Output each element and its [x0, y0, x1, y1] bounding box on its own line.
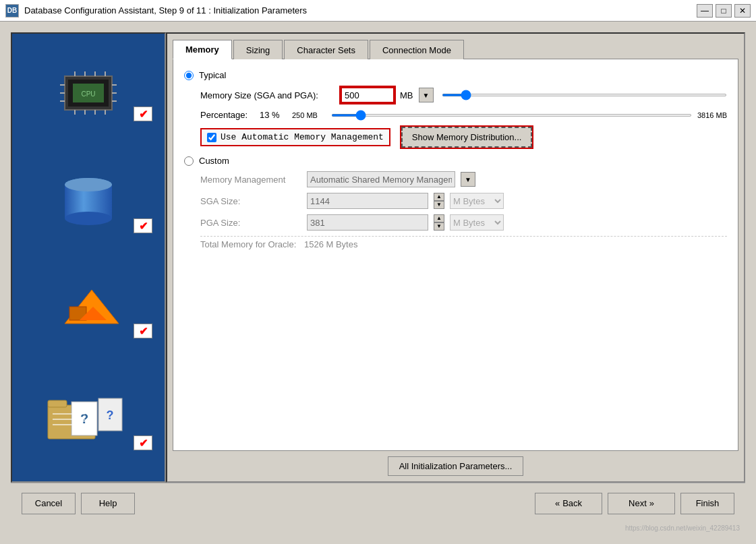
- pga-unit-dropdown[interactable]: M Bytes G Bytes: [450, 214, 504, 231]
- svg-text:?: ?: [107, 409, 114, 422]
- bottom-area: All Initialization Parameters...: [167, 451, 744, 481]
- pga-down-btn[interactable]: ▼: [434, 222, 444, 231]
- custom-radio-row: Custom: [184, 156, 727, 166]
- next-button[interactable]: Next »: [608, 493, 675, 514]
- memory-size-input[interactable]: [341, 87, 395, 103]
- main-panel: Memory Sizing Character Sets Connection …: [166, 32, 745, 483]
- sidebar-item-1: CPU ✔: [19, 59, 158, 127]
- back-arrow-icon: «: [555, 498, 560, 508]
- sidebar-item-2: ✔: [19, 164, 158, 239]
- sidebar-item-3: ✔: [19, 276, 158, 344]
- slider-max-label: 3816 MB: [697, 111, 727, 119]
- sga-unit-dropdown[interactable]: M Bytes G Bytes: [450, 193, 504, 209]
- shapes-icon: [48, 283, 129, 337]
- sga-spinner: ▲ ▼: [434, 193, 444, 209]
- tab-content-memory: Typical Memory Size (SGA and PGA): MB ▼ …: [173, 59, 738, 451]
- tab-memory[interactable]: Memory: [173, 40, 232, 59]
- footer-right: « Back Next » Finish: [535, 493, 734, 514]
- finish-button[interactable]: Finish: [680, 493, 734, 514]
- typical-section: Typical Memory Size (SGA and PGA): MB ▼ …: [184, 70, 727, 148]
- chip-svg-icon: CPU: [45, 66, 132, 120]
- pga-spinner: ▲ ▼: [434, 214, 444, 231]
- show-distribution-button[interactable]: Show Memory Distribution...: [401, 127, 533, 148]
- sidebar-check-3: ✔: [134, 324, 152, 338]
- back-button[interactable]: « Back: [535, 493, 602, 514]
- tab-connection-mode[interactable]: Connection Mode: [370, 40, 464, 59]
- sidebar-check-4: ✔: [134, 435, 152, 450]
- title-bar-text: Database Configuration Assistant, Step 9…: [24, 5, 307, 16]
- pga-up-btn[interactable]: ▲: [434, 214, 444, 222]
- title-bar: DB Database Configuration Assistant, Ste…: [0, 0, 756, 22]
- memory-size-slider[interactable]: [442, 94, 728, 96]
- pga-size-row: PGA Size: ▲ ▼ M Bytes G Bytes: [200, 214, 727, 231]
- typical-radio[interactable]: [184, 71, 194, 80]
- sga-size-input: [307, 193, 428, 209]
- percentage-label: Percentage:: [200, 110, 254, 120]
- watermark: https://blog.csdn.net/weixin_42289413: [11, 523, 745, 533]
- percentage-value: 13 %: [260, 110, 287, 120]
- pga-size-label: PGA Size:: [200, 218, 301, 228]
- mem-mgmt-label: Memory Management: [200, 175, 301, 185]
- sga-down-btn[interactable]: ▼: [434, 201, 444, 209]
- mb-label: MB: [400, 90, 413, 100]
- total-memory-row: Total Memory for Oracle: 1526 M Bytes: [200, 236, 727, 249]
- memory-size-label: Memory Size (SGA and PGA):: [200, 90, 335, 100]
- sga-size-row: SGA Size: ▲ ▼ M Bytes G Bytes: [200, 193, 727, 209]
- percentage-row: Percentage: 13 % 250 MB 3816 MB: [200, 110, 727, 120]
- total-memory-value: 1526 M Bytes: [304, 239, 358, 249]
- sga-size-label: SGA Size:: [200, 196, 301, 206]
- window-controls: — □ ✕: [697, 4, 751, 18]
- close-button[interactable]: ✕: [734, 4, 751, 18]
- mem-mgmt-input: [307, 171, 455, 187]
- svg-point-20: [65, 212, 112, 225]
- svg-rect-26: [48, 400, 67, 407]
- tab-character-sets[interactable]: Character Sets: [284, 40, 368, 59]
- init-params-button[interactable]: All Initialization Parameters...: [388, 456, 524, 476]
- sidebar-item-4: ? ? ✔: [19, 382, 158, 456]
- total-memory-label: Total Memory for Oracle:: [200, 239, 296, 249]
- svg-text:CPU: CPU: [81, 90, 95, 98]
- checkbox-row: Use Automatic Memory Management Show Mem…: [200, 127, 727, 148]
- footer: Cancel Help « Back Next » Finish: [11, 483, 745, 523]
- tab-sizing[interactable]: Sizing: [233, 40, 283, 59]
- typical-radio-row: Typical: [184, 70, 727, 80]
- slider-min-label: 250 MB: [292, 111, 326, 119]
- tabs-container: Memory Sizing Character Sets Connection …: [167, 34, 744, 59]
- back-label: Back: [562, 498, 582, 508]
- footer-left: Cancel Help: [22, 493, 135, 514]
- memory-size-row: Memory Size (SGA and PGA): MB ▼: [200, 87, 727, 103]
- custom-label: Custom: [199, 156, 229, 166]
- db-cylinder-icon: [51, 171, 125, 232]
- percentage-slider[interactable]: [331, 114, 692, 117]
- folder-docs-icon: ? ?: [45, 388, 132, 449]
- main-content: CPU ✔: [0, 22, 756, 544]
- pga-size-input: [307, 214, 428, 231]
- memory-dropdown-btn[interactable]: ▼: [419, 88, 434, 102]
- help-button[interactable]: Help: [81, 493, 135, 514]
- custom-section: Custom Memory Management ▼ SGA Size: ▲: [184, 156, 727, 249]
- mem-mgmt-row: Memory Management ▼: [200, 171, 727, 187]
- auto-memory-wrap: Use Automatic Memory Management: [200, 128, 390, 146]
- custom-radio[interactable]: [184, 156, 194, 166]
- next-label: Next: [629, 498, 647, 508]
- sidebar-check-2: ✔: [134, 218, 152, 233]
- next-arrow-icon: »: [649, 498, 654, 508]
- cancel-button[interactable]: Cancel: [22, 493, 76, 514]
- auto-memory-label: Use Automatic Memory Management: [221, 132, 384, 142]
- svg-point-21: [65, 178, 112, 191]
- minimize-button[interactable]: —: [697, 4, 713, 18]
- sga-up-btn[interactable]: ▲: [434, 193, 444, 201]
- sidebar-check-1: ✔: [134, 107, 152, 121]
- maximize-button[interactable]: □: [716, 4, 732, 18]
- auto-memory-checkbox[interactable]: [207, 133, 216, 142]
- app-icon: DB: [5, 4, 19, 18]
- dialog-area: CPU ✔: [11, 32, 745, 483]
- sidebar: CPU ✔: [11, 32, 166, 483]
- mem-mgmt-dropdown[interactable]: ▼: [461, 172, 475, 187]
- typical-label: Typical: [199, 70, 226, 80]
